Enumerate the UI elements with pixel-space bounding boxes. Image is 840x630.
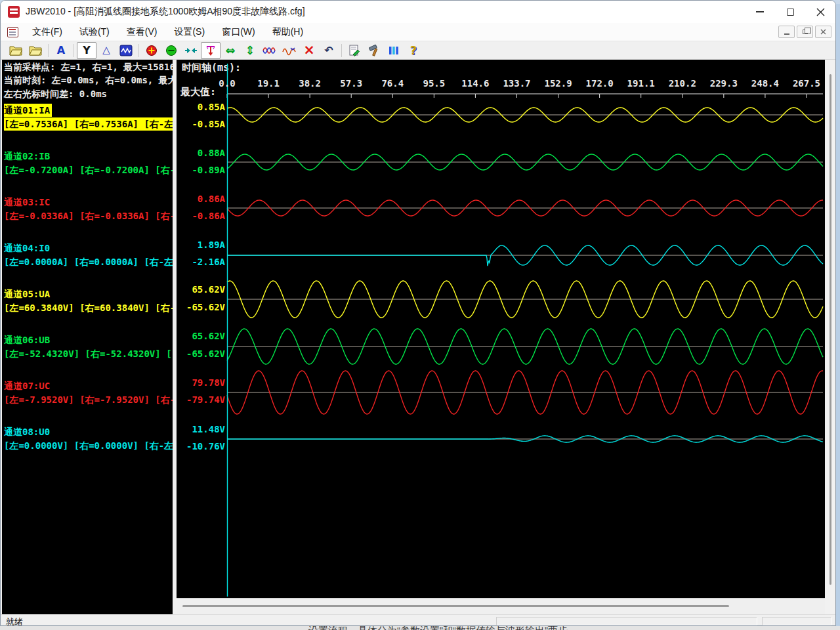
expand-horizontal-icon-glyph: ⇔ bbox=[225, 45, 235, 56]
channel-label-5[interactable]: 通道05:UA bbox=[4, 287, 50, 301]
background-window-text-strip: 设置流程，具体分为“参数设置”和“数据传输与波形输出”两步 bbox=[0, 626, 840, 630]
maximize-button[interactable] bbox=[775, 1, 805, 23]
time-tick-label: 152.9 bbox=[544, 78, 572, 89]
status-panel-1 bbox=[496, 617, 757, 625]
max-value-I0: 1.89A bbox=[178, 240, 225, 250]
compress-time-icon[interactable] bbox=[181, 42, 201, 59]
channel-label-7[interactable]: 通道07:UC bbox=[4, 379, 50, 392]
expand-vertical-icon[interactable]: ⇕ bbox=[240, 42, 260, 59]
menu-items: 文件(F)试验(T)查看(V)设置(S)窗口(W)帮助(H) bbox=[24, 23, 312, 41]
time-tick-label: 0.0 bbox=[219, 78, 235, 89]
maximize-icon bbox=[787, 9, 794, 16]
channel-values-2: [左=-0.7200A] [右=-0.7200A] [右- bbox=[4, 163, 173, 177]
min-value-UA: -65.62V bbox=[178, 302, 225, 312]
waveform-compare-icon[interactable] bbox=[280, 42, 299, 59]
app-window: JBW2010 - [高阻消弧线圈接地系统1000欧姆A相90度非故障线路.cf… bbox=[0, 0, 836, 626]
time-tick-label: 248.4 bbox=[751, 78, 779, 89]
mdi-close-button[interactable] bbox=[815, 26, 831, 38]
channel-values-8: [左=0.0000V] [右=0.0000V] [右-左 bbox=[4, 439, 173, 452]
minimize-icon bbox=[756, 11, 764, 12]
min-value-IB: -0.89A bbox=[178, 165, 225, 175]
cursor-tool-icon[interactable] bbox=[201, 42, 220, 59]
amplitude-decrease-icon[interactable] bbox=[161, 42, 181, 59]
toolbar: AY△⇔⇕×↶? bbox=[1, 41, 835, 60]
wave-I0 bbox=[227, 245, 823, 266]
toolbar-separator bbox=[138, 44, 139, 57]
horizontal-scrollbar[interactable] bbox=[177, 598, 825, 614]
time-tick-label: 229.3 bbox=[710, 78, 738, 89]
time-tick-label: 133.7 bbox=[503, 78, 530, 89]
delete-channel-icon-glyph: × bbox=[303, 43, 315, 57]
window-title: JBW2010 - [高阻消弧线圈接地系统1000欧姆A相90度非故障线路.cf… bbox=[26, 6, 305, 18]
max-value-UC: 79.78V bbox=[178, 377, 225, 388]
mdi-window-controls bbox=[778, 26, 831, 38]
mdi-restore-button[interactable] bbox=[797, 26, 813, 38]
edit-report-icon[interactable] bbox=[345, 42, 364, 59]
min-value-I0: -2.16A bbox=[178, 257, 225, 267]
mdi-minimize-icon bbox=[784, 33, 789, 35]
waveform-area: 时间轴(ms): 最大值: 0.019.138.257.376.495.5114… bbox=[177, 60, 825, 614]
vertical-scrollbar[interactable] bbox=[825, 60, 835, 614]
phasor-a-icon[interactable]: A bbox=[51, 42, 71, 59]
menu-settings[interactable]: 设置(S) bbox=[165, 23, 213, 41]
status-text: 就绪 bbox=[6, 616, 23, 626]
time-tick-label: 57.3 bbox=[340, 78, 362, 89]
menu-view[interactable]: 查看(V) bbox=[118, 23, 166, 41]
expand-horizontal-icon[interactable]: ⇔ bbox=[220, 42, 240, 59]
max-value-IC: 0.86A bbox=[178, 194, 225, 204]
vertical-scrollbar-thumb[interactable] bbox=[830, 74, 831, 585]
amplitude-increase-icon[interactable] bbox=[142, 42, 161, 59]
channel-label-3[interactable]: 通道03:IC bbox=[4, 196, 50, 209]
close-icon bbox=[816, 8, 825, 16]
channel-label-8[interactable]: 通道08:U0 bbox=[4, 425, 50, 438]
horizontal-scrollbar-thumb[interactable] bbox=[182, 605, 729, 607]
waveform-plot[interactable] bbox=[177, 60, 825, 598]
max-value-U0: 11.48V bbox=[178, 424, 225, 434]
cursor-delta-info: 左右光标时间差: 0.0ms bbox=[4, 87, 107, 100]
menu-test[interactable]: 试验(T) bbox=[71, 23, 118, 41]
menu-bar: 文件(F)试验(T)查看(V)设置(S)窗口(W)帮助(H) bbox=[1, 23, 835, 41]
mdi-minimize-button[interactable] bbox=[778, 26, 795, 38]
channel-values-6: [左=-52.4320V] [右=-52.4320V] [ bbox=[4, 347, 172, 360]
overlay-waveforms-icon[interactable] bbox=[260, 42, 280, 59]
channel-values-5: [左=60.3840V] [右=60.3840V] [右- bbox=[4, 301, 173, 314]
channel-values-4: [左=0.0000A] [右=0.0000A] [右-左 bbox=[4, 255, 173, 268]
undo-icon-glyph: ↶ bbox=[324, 45, 333, 56]
help-icon[interactable]: ? bbox=[404, 42, 423, 59]
time-tick-label: 95.5 bbox=[423, 78, 445, 89]
min-value-UC: -79.74V bbox=[178, 394, 225, 405]
phasor-a-icon-glyph: A bbox=[57, 45, 65, 56]
min-value-IC: -0.86A bbox=[178, 211, 225, 221]
delta-connection-icon[interactable]: △ bbox=[96, 42, 116, 59]
time-tick-label: 38.2 bbox=[299, 78, 321, 89]
channel-label-1[interactable]: 通道01:IA bbox=[4, 104, 52, 117]
time-tick-label: 114.6 bbox=[461, 78, 489, 89]
channel-label-2[interactable]: 通道02:IB bbox=[4, 150, 50, 163]
max-value-UB: 65.62V bbox=[178, 331, 225, 341]
menu-help[interactable]: 帮助(H) bbox=[264, 23, 312, 41]
time-tick-label: 76.4 bbox=[381, 78, 404, 89]
toolbar-separator bbox=[48, 44, 49, 57]
waveform-view-icon[interactable] bbox=[116, 42, 136, 59]
open-data-icon[interactable] bbox=[26, 42, 45, 59]
max-value-IA: 0.85A bbox=[178, 102, 225, 112]
open-file-icon[interactable] bbox=[6, 42, 26, 59]
close-button[interactable] bbox=[805, 1, 835, 23]
min-value-U0: -10.76V bbox=[178, 441, 225, 452]
channel-info-panel: 当前采样点: 左=1, 右=1, 最大=15816 当前时刻: 左=0.0ms,… bbox=[2, 60, 173, 614]
channel-label-6[interactable]: 通道06:UB bbox=[4, 333, 50, 346]
menu-file[interactable]: 文件(F) bbox=[24, 23, 71, 41]
wye-connection-icon[interactable]: Y bbox=[77, 42, 96, 59]
expand-vertical-icon-glyph: ⇕ bbox=[245, 45, 255, 56]
minimize-button[interactable] bbox=[745, 1, 775, 23]
menu-window[interactable]: 窗口(W) bbox=[213, 23, 264, 41]
undo-icon[interactable]: ↶ bbox=[319, 42, 339, 59]
status-bar: 就绪 bbox=[1, 614, 835, 626]
document-system-icon[interactable] bbox=[7, 27, 18, 37]
time-tick-label: 267.5 bbox=[793, 78, 820, 89]
delete-channel-icon[interactable]: × bbox=[299, 42, 319, 59]
toolbar-separator bbox=[74, 44, 74, 57]
tools-hammer-icon[interactable] bbox=[364, 42, 384, 59]
parameter-list-icon[interactable] bbox=[384, 42, 404, 59]
channel-label-4[interactable]: 通道04:I0 bbox=[4, 242, 50, 255]
